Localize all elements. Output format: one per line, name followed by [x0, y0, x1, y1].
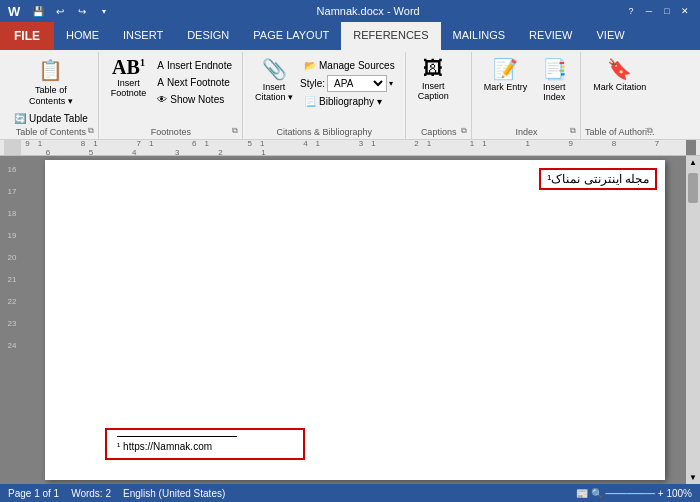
manage-sources-button[interactable]: 📂 Manage Sources	[300, 58, 399, 73]
group-footnotes: AB1 InsertFootnote A Insert Endnote A Ne…	[100, 52, 243, 139]
document-title: Namnak.docx - Word	[112, 5, 624, 17]
mark-entry-button[interactable]: 📝 Mark Entry	[479, 54, 533, 94]
minimize-button[interactable]: ─	[642, 4, 656, 18]
insert-citation-icon: 📎	[262, 57, 287, 81]
status-icons: 📰 🔍 ─────── + 100%	[576, 488, 692, 499]
margin-num-24: 24	[8, 334, 17, 356]
group-label-index: Index	[473, 127, 581, 137]
ruler: 91 81 71 61 51 41 31 21 11 1 9 8 7 6 5 4…	[0, 140, 700, 156]
tab-home[interactable]: HOME	[54, 22, 111, 50]
margin-num-20: 20	[8, 246, 17, 268]
scroll-down-button[interactable]: ▼	[687, 471, 699, 484]
status-right: 📰 🔍 ─────── + 100%	[576, 488, 692, 499]
margin-num-16: 16	[8, 158, 17, 180]
ribbon-tabs: HOME INSERT DESIGN PAGE LAYOUT REFERENCE…	[54, 22, 637, 50]
show-notes-label: Show Notes	[170, 94, 224, 105]
mark-entry-label: Mark Entry	[484, 82, 528, 92]
footnotes-expand-icon[interactable]: ⧉	[232, 126, 238, 136]
insert-endnote-label: Insert Endnote	[167, 60, 232, 71]
manage-sources-icon: 📂	[304, 60, 316, 71]
next-footnote-icon: A	[157, 77, 164, 88]
mark-citation-icon: 🔖	[607, 57, 632, 81]
insert-citation-label: InsertCitation ▾	[255, 82, 293, 102]
footnote-text: ¹ https://Namnak.com	[117, 441, 293, 452]
close-button[interactable]: ✕	[678, 4, 692, 18]
scroll-track	[688, 169, 698, 471]
insert-index-icon: 📑	[542, 57, 567, 81]
margin-num-18: 18	[8, 202, 17, 224]
bibliography-icon: 📃	[304, 96, 316, 107]
toc-expand-icon[interactable]: ⧉	[88, 126, 94, 136]
group-label-footnotes: Footnotes	[100, 127, 242, 137]
insert-footnote-button[interactable]: AB1 InsertFootnote	[106, 54, 152, 100]
insert-index-button[interactable]: 📑 InsertIndex	[534, 54, 574, 104]
captions-expand-icon[interactable]: ⧉	[461, 126, 467, 136]
scrollbar-vertical[interactable]: ▲ ▼	[686, 156, 700, 484]
page-info: Page 1 of 1	[8, 488, 59, 499]
mark-entry-icon: 📝	[493, 57, 518, 81]
rtl-text-box: مجله اینترنتی نمناک¹	[539, 168, 657, 190]
tab-view[interactable]: VIEW	[585, 22, 637, 50]
title-bar: W 💾 ↩ ↪ ▾ Namnak.docx - Word ? ─ □ ✕	[0, 0, 700, 22]
status-bar: Page 1 of 1 Words: 2 English (United Sta…	[0, 484, 700, 502]
tab-references[interactable]: REFERENCES	[341, 22, 440, 50]
insert-endnote-button[interactable]: A Insert Endnote	[153, 58, 236, 73]
style-dropdown-icon[interactable]: ▾	[389, 79, 393, 88]
customize-icon[interactable]: ▾	[96, 3, 112, 19]
margin-num-21: 21	[8, 268, 17, 290]
footnote-separator	[117, 436, 237, 437]
undo-icon[interactable]: ↩	[52, 3, 68, 19]
style-select[interactable]: APA MLA Chicago IEEE	[327, 75, 387, 92]
next-footnote-button[interactable]: A Next Footnote	[153, 75, 236, 90]
redo-icon[interactable]: ↪	[74, 3, 90, 19]
insert-caption-button[interactable]: 🖼 InsertCaption	[413, 54, 454, 103]
group-label-citations: Citations & Bibliography	[244, 127, 405, 137]
page-container: مجله اینترنتی نمناک¹ ¹ https://Namnak.co…	[24, 156, 686, 484]
scroll-up-button[interactable]: ▲	[687, 156, 699, 169]
index-expand-icon[interactable]: ⧉	[570, 126, 576, 136]
tab-design[interactable]: DESIGN	[175, 22, 241, 50]
ruler-content: 91 81 71 61 51 41 31 21 11 1 9 8 7 6 5 4…	[21, 140, 686, 156]
mark-citation-button[interactable]: 🔖 Mark Citation	[588, 54, 651, 94]
document-area: 16 17 18 19 20 21 22 23 24 مجله اینترنتی…	[0, 156, 700, 484]
insert-citation-button[interactable]: 📎 InsertCitation ▾	[250, 54, 298, 104]
insert-caption-icon: 🖼	[423, 57, 443, 80]
bibliography-label: Bibliography ▾	[319, 96, 382, 107]
save-icon[interactable]: 💾	[30, 3, 46, 19]
page[interactable]: مجله اینترنتی نمناک¹ ¹ https://Namnak.co…	[45, 160, 665, 480]
scroll-thumb[interactable]	[688, 173, 698, 203]
style-row: Style: APA MLA Chicago IEEE ▾	[300, 75, 399, 92]
toc-label: Table ofContents ▾	[29, 85, 73, 107]
group-label-toc: Table of Contents	[4, 127, 98, 137]
nav-bar: FILE HOME INSERT DESIGN PAGE LAYOUT REFE…	[0, 22, 700, 50]
status-left: Page 1 of 1 Words: 2 English (United Sta…	[8, 488, 225, 499]
footnote-area: ¹ https://Namnak.com	[105, 428, 305, 460]
mark-citation-label: Mark Citation	[593, 82, 646, 92]
next-footnote-label: Next Footnote	[167, 77, 230, 88]
show-notes-icon: 👁	[157, 94, 167, 105]
file-tab[interactable]: FILE	[0, 22, 54, 50]
margin-num-22: 22	[8, 290, 17, 312]
authorities-expand-icon[interactable]: ⧉	[647, 126, 653, 136]
window-controls: ? ─ □ ✕	[624, 4, 692, 18]
tab-mailings[interactable]: MAILINGS	[441, 22, 518, 50]
group-label-authorities: Table of Authori...	[582, 127, 657, 137]
tab-insert[interactable]: INSERT	[111, 22, 175, 50]
ribbon: 📋 Table ofContents ▾ 🔄 Update Table Tabl…	[0, 50, 700, 140]
bibliography-button[interactable]: 📃 Bibliography ▾	[300, 94, 399, 109]
group-citations: 📎 InsertCitation ▾ 📂 Manage Sources Styl…	[244, 52, 406, 139]
update-table-label: Update Table	[29, 113, 88, 124]
update-table-button[interactable]: 🔄 Update Table	[10, 111, 92, 126]
tab-review[interactable]: REVIEW	[517, 22, 584, 50]
group-table-of-contents: 📋 Table ofContents ▾ 🔄 Update Table Tabl…	[4, 52, 99, 139]
table-of-contents-button[interactable]: 📋 Table ofContents ▾	[25, 54, 77, 109]
help-button[interactable]: ?	[624, 4, 638, 18]
show-notes-button[interactable]: 👁 Show Notes	[153, 92, 236, 107]
restore-button[interactable]: □	[660, 4, 674, 18]
word-count: Words: 2	[71, 488, 111, 499]
margin-num-17: 17	[8, 180, 17, 202]
insert-caption-label: InsertCaption	[418, 81, 449, 101]
tab-page-layout[interactable]: PAGE LAYOUT	[241, 22, 341, 50]
group-table-of-authorities: 🔖 Mark Citation Table of Authori... ⧉	[582, 52, 657, 139]
insert-footnote-label: InsertFootnote	[111, 78, 147, 98]
